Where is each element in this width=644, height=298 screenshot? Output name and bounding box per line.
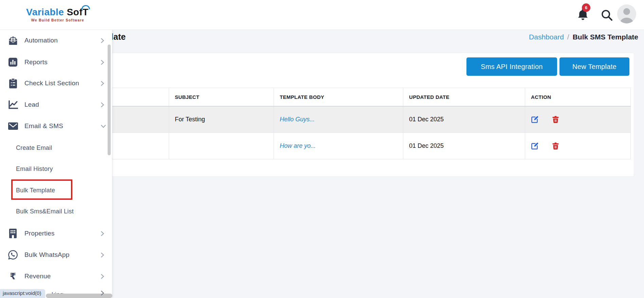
breadcrumb-current: Bulk SMS Template xyxy=(573,33,638,41)
chevron-right-icon xyxy=(100,252,104,259)
table-header-row: SUBJECT TEMPLATE BODY UPDATED DATE ACTIO… xyxy=(65,88,631,106)
cell-subject: For Testing xyxy=(169,106,274,133)
sidebar-item-email-sms[interactable]: Email & SMS xyxy=(0,118,112,135)
cell-subject xyxy=(169,133,274,159)
sidebar-subitem-bulk-sms-email-list[interactable]: Bulk Sms&Email List xyxy=(0,203,112,220)
edit-icon[interactable] xyxy=(531,142,539,150)
sidebar-subitem-email-history[interactable]: Email History xyxy=(0,160,112,177)
breadcrumb-dashboard-link[interactable]: Dashboard xyxy=(529,33,564,41)
line-chart-icon xyxy=(7,99,18,110)
col-header-updated-date: UPDATED DATE xyxy=(403,88,525,106)
sidebar-scrollbar-thumb[interactable] xyxy=(108,45,111,155)
breadcrumb: Dashboard/Bulk SMS Template xyxy=(529,33,638,41)
table-row: How are yo... 01 Dec 2025 xyxy=(65,133,631,159)
sidebar-item-bulk-whatsapp[interactable]: Bulk WhatsApp xyxy=(0,246,112,263)
template-body-link[interactable]: Hello Guys... xyxy=(280,116,315,123)
template-table: SUBJECT TEMPLATE BODY UPDATED DATE ACTIO… xyxy=(65,88,631,159)
cell-updated-date: 01 Dec 2025 xyxy=(403,106,525,133)
sidebar-item-lead[interactable]: Lead xyxy=(0,96,112,113)
building-icon xyxy=(7,228,18,239)
envelope-open-icon xyxy=(7,35,18,46)
template-body-link[interactable]: How are yo... xyxy=(280,142,316,149)
rupee-icon: ₹ xyxy=(7,271,18,282)
logo-word-t: T xyxy=(82,7,89,17)
chevron-right-icon xyxy=(100,38,104,45)
bar-chart-icon xyxy=(7,57,18,68)
sidebar-subitem-create-email[interactable]: Create Email xyxy=(0,139,112,156)
sidebar-item-automation[interactable]: Automation xyxy=(0,32,112,49)
chevron-right-icon xyxy=(100,81,104,88)
sidebar: Automation Reports Check List Section Le… xyxy=(0,30,112,298)
search-icon[interactable] xyxy=(601,9,613,22)
chevron-right-icon xyxy=(100,290,104,297)
delete-icon[interactable] xyxy=(552,142,559,150)
status-bar-link-preview: javascript:void(0) xyxy=(0,289,45,298)
logo-word-variable: Variable xyxy=(26,7,64,17)
app-header: Variable SofT We Build Better Software 6 xyxy=(0,0,644,30)
sms-api-integration-button[interactable]: Sms API Integration xyxy=(466,57,557,76)
logo-tagline: We Build Better Software xyxy=(26,18,89,22)
sidebar-item-check-list-section[interactable]: Check List Section xyxy=(0,75,112,92)
cell-updated-date: 01 Dec 2025 xyxy=(403,133,525,159)
chevron-down-icon xyxy=(100,123,106,129)
new-template-button[interactable]: New Template xyxy=(559,57,629,76)
notification-count-badge: 6 xyxy=(582,3,590,12)
col-header-subject: SUBJECT xyxy=(169,88,274,106)
envelope-icon xyxy=(7,121,18,132)
sidebar-item-reports[interactable]: Reports xyxy=(0,54,112,71)
whatsapp-icon xyxy=(7,249,18,260)
user-avatar[interactable] xyxy=(617,4,636,23)
sidebar-item-revenue[interactable]: ₹ Revenue xyxy=(0,268,112,285)
col-header-action: ACTION xyxy=(525,88,631,106)
delete-icon[interactable] xyxy=(552,116,559,123)
chevron-right-icon xyxy=(100,59,104,67)
clipboard-list-icon xyxy=(7,78,18,89)
chevron-right-icon xyxy=(100,102,104,109)
logo-word-sof: Sof xyxy=(67,7,83,17)
chevron-right-icon xyxy=(100,274,104,281)
sidebar-item-properties[interactable]: Properties xyxy=(0,225,112,242)
breadcrumb-separator: / xyxy=(567,33,569,41)
col-header-template-body: TEMPLATE BODY xyxy=(274,88,403,106)
bulk-template-highlight-box xyxy=(11,179,72,200)
edit-icon[interactable] xyxy=(531,116,539,123)
table-row: For Testing Hello Guys... 01 Dec 2025 xyxy=(65,106,631,133)
chevron-right-icon xyxy=(100,231,104,238)
app-logo[interactable]: Variable SofT We Build Better Software xyxy=(26,7,89,22)
